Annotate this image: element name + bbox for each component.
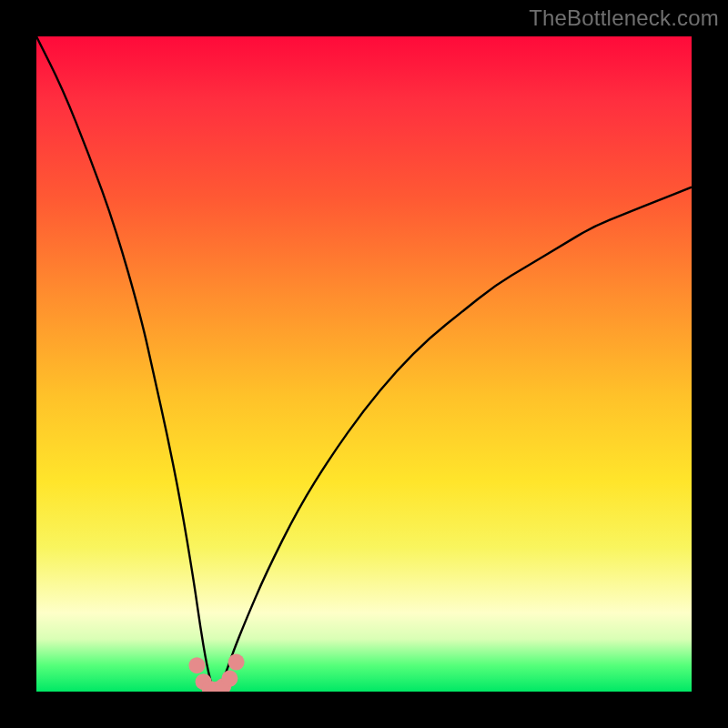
curve-svg: [36, 36, 692, 692]
plot-area: [36, 36, 692, 692]
trough-markers: [188, 654, 244, 692]
watermark-text: TheBottleneck.com: [529, 5, 719, 31]
trough-marker: [228, 654, 245, 671]
trough-marker: [188, 657, 205, 673]
bottleneck-curve: [36, 36, 692, 689]
trough-marker: [221, 671, 238, 687]
chart-frame: TheBottleneck.com: [0, 0, 728, 728]
